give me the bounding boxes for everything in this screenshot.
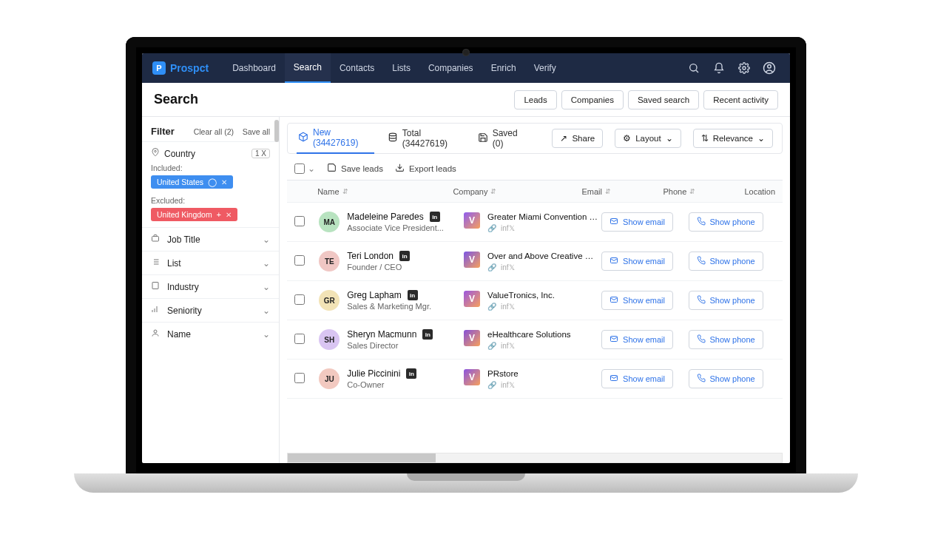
col-email[interactable]: Email⇵ bbox=[582, 187, 663, 196]
chip-remove-icon[interactable]: ✕ bbox=[221, 178, 227, 186]
nav-item-enrich[interactable]: Enrich bbox=[482, 53, 525, 83]
chip-excluded[interactable]: United Kingdom +✕ bbox=[151, 208, 237, 221]
show-phone-button[interactable]: Show phone bbox=[689, 369, 763, 388]
person-name[interactable]: Julie Piccinini bbox=[347, 368, 400, 379]
company-name[interactable]: eHealthcare Solutions bbox=[487, 330, 571, 339]
select-all-checkbox[interactable] bbox=[294, 163, 305, 174]
row-checkbox[interactable] bbox=[294, 255, 305, 266]
company-name[interactable]: Over and Above Creative Group bbox=[487, 252, 598, 260]
filter-country[interactable]: Country 1 X Included: United States ◯✕ E… bbox=[142, 141, 279, 227]
linkedin-icon[interactable]: in bbox=[408, 290, 418, 300]
x-icon[interactable]: 𝕏 bbox=[509, 303, 515, 311]
bell-icon[interactable] bbox=[709, 58, 729, 78]
col-name[interactable]: Name⇵ bbox=[317, 187, 453, 196]
show-email-button[interactable]: Show email bbox=[601, 369, 673, 388]
x-icon[interactable]: 𝕏 bbox=[509, 381, 515, 389]
linkedin-icon[interactable]: inf𝕏 bbox=[501, 303, 515, 311]
nav-item-lists[interactable]: Lists bbox=[383, 53, 419, 83]
nav-item-companies[interactable]: Companies bbox=[419, 53, 482, 83]
filter-section-name[interactable]: Name⌄ bbox=[142, 322, 279, 345]
linkedin-icon[interactable]: in bbox=[406, 368, 416, 379]
chip-remove-icon[interactable]: ✕ bbox=[226, 211, 232, 219]
linkedin-icon[interactable]: inf𝕏 bbox=[501, 224, 515, 232]
tab-new[interactable]: New (34427619) bbox=[297, 123, 374, 154]
link-icon[interactable]: 🔗 bbox=[487, 381, 496, 389]
gear-icon[interactable] bbox=[734, 58, 754, 78]
country-count[interactable]: 1 X bbox=[251, 149, 270, 158]
company-logo: V bbox=[464, 252, 480, 268]
horizontal-scrollbar[interactable] bbox=[287, 453, 783, 463]
linkedin-icon[interactable]: in bbox=[430, 212, 440, 222]
clear-all-link[interactable]: Clear all (2) bbox=[194, 127, 234, 136]
user-avatar-icon[interactable] bbox=[759, 58, 780, 78]
show-email-button[interactable]: Show email bbox=[601, 252, 673, 271]
person-name[interactable]: Sheryn Macmunn bbox=[347, 329, 416, 340]
person-name[interactable]: Greg Lapham bbox=[347, 290, 401, 300]
show-email-button[interactable]: Show email bbox=[601, 212, 673, 232]
link-icon[interactable]: 🔗 bbox=[487, 342, 496, 350]
plus-icon: + bbox=[217, 210, 221, 219]
filter-section-job-title[interactable]: Job Title⌄ bbox=[142, 227, 279, 251]
show-email-button[interactable]: Show email bbox=[601, 291, 673, 310]
brand-logo[interactable]: P Prospct bbox=[152, 61, 209, 75]
tab-saved[interactable]: Saved (0) bbox=[476, 124, 529, 153]
chip-included[interactable]: United States ◯✕ bbox=[151, 175, 233, 189]
show-phone-button[interactable]: Show phone bbox=[689, 212, 763, 232]
company-name[interactable]: Greater Miami Convention & V... bbox=[487, 212, 598, 221]
person-name[interactable]: Madeleine Paredes bbox=[347, 212, 423, 222]
company-name[interactable]: PRstore bbox=[487, 369, 519, 378]
person-name[interactable]: Teri London bbox=[347, 251, 394, 261]
filter-section-seniority[interactable]: Seniority⌄ bbox=[142, 298, 279, 322]
row-checkbox[interactable] bbox=[294, 373, 305, 383]
col-company[interactable]: Company⇵ bbox=[453, 187, 581, 196]
search-icon[interactable] bbox=[683, 58, 704, 78]
person-title: Sales Director bbox=[347, 341, 433, 350]
relevance-button[interactable]: ⇅Relevance⌄ bbox=[693, 129, 773, 148]
chevron-down-icon[interactable]: ⌄ bbox=[308, 163, 315, 174]
nav-item-dashboard[interactable]: Dashboard bbox=[223, 53, 285, 83]
linkedin-icon[interactable]: in bbox=[422, 329, 433, 340]
header-btn-recent-activity[interactable]: Recent activity bbox=[703, 90, 778, 109]
show-email-button[interactable]: Show email bbox=[601, 330, 673, 349]
nav-item-contacts[interactable]: Contacts bbox=[331, 53, 383, 83]
export-leads-action[interactable]: Export leads bbox=[395, 163, 456, 174]
x-icon[interactable]: 𝕏 bbox=[509, 224, 515, 232]
show-phone-button[interactable]: Show phone bbox=[689, 252, 763, 271]
scrollbar-thumb[interactable] bbox=[288, 453, 436, 462]
svg-rect-6 bbox=[152, 237, 159, 242]
header-btn-saved-search[interactable]: Saved search bbox=[628, 90, 699, 109]
linkedin-icon[interactable]: inf𝕏 bbox=[501, 342, 515, 350]
x-icon[interactable]: 𝕏 bbox=[509, 342, 515, 350]
filter-section-list[interactable]: List⌄ bbox=[142, 251, 279, 274]
link-icon[interactable]: 🔗 bbox=[487, 303, 496, 311]
row-checkbox[interactable] bbox=[294, 294, 305, 305]
company-name[interactable]: ValueTronics, Inc. bbox=[487, 291, 555, 300]
nav-item-verify[interactable]: Verify bbox=[525, 53, 565, 83]
share-button[interactable]: ↗Share bbox=[552, 129, 603, 148]
row-checkbox[interactable] bbox=[294, 216, 305, 226]
header-btn-companies[interactable]: Companies bbox=[561, 90, 624, 109]
linkedin-icon[interactable]: inf𝕏 bbox=[501, 381, 515, 389]
header-btn-leads[interactable]: Leads bbox=[514, 90, 556, 109]
avatar: TE bbox=[319, 251, 340, 271]
linkedin-icon[interactable]: inf𝕏 bbox=[501, 263, 515, 271]
show-phone-button[interactable]: Show phone bbox=[689, 291, 763, 310]
avatar: GR bbox=[319, 290, 340, 311]
save-all-link[interactable]: Save all bbox=[243, 127, 270, 136]
col-location[interactable]: Location bbox=[744, 187, 775, 196]
filter-section-industry[interactable]: Industry⌄ bbox=[142, 274, 279, 298]
link-icon[interactable]: 🔗 bbox=[487, 263, 496, 271]
x-icon[interactable]: 𝕏 bbox=[509, 263, 515, 271]
tab-total[interactable]: Total (34427619) bbox=[386, 124, 465, 153]
scrollbar-thumb[interactable] bbox=[274, 120, 279, 142]
save-leads-action[interactable]: Save leads bbox=[327, 163, 383, 174]
nav-item-search[interactable]: Search bbox=[285, 53, 331, 83]
filter-sidebar: Filter Clear all (2) Save all Country 1 … bbox=[142, 117, 280, 463]
show-phone-button[interactable]: Show phone bbox=[689, 330, 763, 349]
svg-point-4 bbox=[768, 65, 771, 69]
layout-button[interactable]: ⚙Layout⌄ bbox=[615, 129, 681, 148]
row-checkbox[interactable] bbox=[294, 334, 305, 344]
col-phone[interactable]: Phone⇵ bbox=[663, 187, 744, 196]
link-icon[interactable]: 🔗 bbox=[487, 224, 496, 232]
linkedin-icon[interactable]: in bbox=[399, 251, 410, 261]
